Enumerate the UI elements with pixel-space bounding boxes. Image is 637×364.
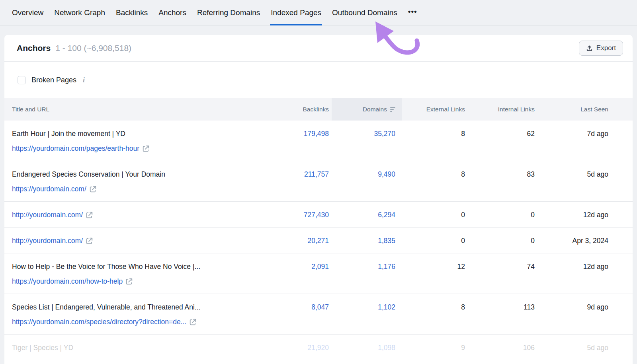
domains-value[interactable]: 6,294 — [378, 211, 395, 219]
external-link-icon[interactable] — [143, 145, 149, 152]
domains-value[interactable]: 9,490 — [378, 170, 395, 178]
domains-value[interactable]: 35,270 — [374, 130, 395, 138]
anchors-report-card: Anchors 1 - 100 (~6,908,518) Export Brok… — [4, 35, 633, 364]
nav-tab-label: Indexed Pages — [271, 8, 321, 17]
backlinks-cell: 211,757 — [272, 169, 332, 179]
nav-tab-anchors[interactable]: Anchors — [158, 0, 186, 25]
backlinks-value[interactable]: 211,757 — [304, 170, 329, 178]
external-links-cell: 8 — [402, 129, 466, 138]
page-title: Earth Hour | Join the movement | YD — [12, 129, 272, 138]
table-row: http://yourdomain.com/ 727,430 6,294 0 0… — [4, 202, 633, 228]
backlinks-value[interactable]: 20,271 — [307, 237, 329, 245]
column-header-domains[interactable]: Domains — [332, 98, 402, 121]
external-link-icon[interactable] — [190, 319, 196, 325]
domains-cell: 9,490 — [332, 169, 402, 179]
broken-pages-checkbox[interactable] — [18, 76, 26, 84]
card-header: Anchors 1 - 100 (~6,908,518) Export — [4, 35, 633, 62]
domains-cell: 35,270 — [332, 129, 402, 138]
more-tabs-button[interactable]: ••• — [408, 7, 417, 18]
backlinks-value[interactable]: 8,047 — [311, 303, 329, 311]
backlinks-cell: 179,498 — [272, 129, 332, 138]
internal-links-cell: 106 — [466, 343, 538, 352]
external-links-cell: 0 — [402, 210, 466, 220]
nav-tab-label: Backlinks — [116, 8, 148, 17]
backlinks-value[interactable]: 727,430 — [304, 211, 329, 219]
nav-tab-label: Outbound Domains — [332, 8, 397, 17]
internal-links-cell: 74 — [466, 262, 538, 271]
domains-cell: 6,294 — [332, 210, 402, 220]
title-url-cell: Species List | Endangered, Vulnerable, a… — [4, 302, 272, 327]
backlinks-cell: 727,430 — [272, 210, 332, 220]
page-url-link[interactable]: https://yourdomain.com/how-to-help — [12, 276, 123, 286]
internal-links-cell: 0 — [466, 210, 538, 220]
column-header-backlinks[interactable]: Backlinks — [272, 98, 332, 121]
domains-value[interactable]: 1,176 — [378, 263, 395, 271]
backlinks-cell: 2,091 — [272, 262, 332, 271]
card-title: Anchors — [17, 43, 51, 53]
domains-cell: 1,176 — [332, 262, 402, 271]
last-seen-cell: 5d ago — [538, 169, 633, 179]
external-link-icon[interactable] — [86, 212, 93, 218]
page-url: https://yourdomain.com/ — [12, 184, 272, 194]
nav-tab-label: Referring Domains — [197, 8, 260, 17]
nav-tab-indexed-pages[interactable]: Indexed Pages — [271, 0, 321, 25]
table-row: How to Help - Be the Voice for Those Who… — [4, 253, 633, 294]
external-link-icon[interactable] — [126, 278, 133, 285]
internal-links-cell: 113 — [466, 302, 538, 312]
column-header-last-seen[interactable]: Last Seen — [538, 98, 633, 121]
backlinks-value[interactable]: 2,091 — [311, 263, 329, 271]
export-button[interactable]: Export — [579, 41, 623, 56]
title-url-cell: http://yourdomain.com/ — [4, 236, 272, 245]
nav-tab-referring-domains[interactable]: Referring Domains — [197, 0, 260, 25]
page-url-link[interactable]: https://yourdomain.com/species/directory… — [12, 317, 186, 327]
external-link-icon[interactable] — [86, 237, 93, 244]
page-url-link[interactable]: https://yourdomain.com/ — [12, 184, 86, 194]
last-seen-cell: 7d ago — [538, 129, 633, 138]
table-row: Endangered Species Conservation | Your D… — [4, 161, 633, 202]
title-url-cell: http://yourdomain.com/ — [4, 210, 272, 220]
last-seen-cell: 12d ago — [538, 262, 633, 271]
table-row: Tiger | Species | YD 21,920 1,098 9 106 … — [4, 335, 633, 364]
last-seen-cell: Apr 3, 2024 — [538, 236, 633, 245]
result-range: 1 - 100 (~6,908,518) — [55, 43, 131, 53]
nav-tab-network-graph[interactable]: Network Graph — [54, 0, 105, 25]
domains-value[interactable]: 1,102 — [378, 303, 395, 311]
table-row: Earth Hour | Join the movement | YD http… — [4, 121, 633, 161]
internal-links-cell: 83 — [466, 169, 538, 179]
page-url-link[interactable]: http://yourdomain.com/ — [12, 210, 83, 220]
page-url: https://yourdomain.com/species/directory… — [12, 317, 272, 327]
broken-pages-label: Broken Pages — [31, 76, 76, 84]
external-link-icon[interactable] — [90, 186, 96, 193]
column-header-internal-links[interactable]: Internal Links — [466, 98, 538, 121]
backlinks-cell: 8,047 — [272, 302, 332, 312]
internal-links-cell: 0 — [466, 236, 538, 245]
external-links-cell: 8 — [402, 169, 466, 179]
external-links-cell: 8 — [402, 302, 466, 312]
domains-cell: 1,098 — [332, 343, 402, 352]
nav-tab-label: Anchors — [158, 8, 186, 17]
page-url-link[interactable]: https://yourdomain.com/pages/earth-hour — [12, 144, 139, 153]
page-title: Species List | Endangered, Vulnerable, a… — [12, 302, 272, 312]
domains-value[interactable]: 1,835 — [378, 237, 395, 245]
domains-value[interactable]: 1,098 — [378, 344, 395, 352]
backlinks-cell: 21,920 — [272, 343, 332, 352]
column-header-title-url[interactable]: Title and URL — [4, 98, 272, 121]
page-url: https://yourdomain.com/pages/earth-hour — [12, 144, 272, 153]
nav-tab-overview[interactable]: Overview — [12, 0, 43, 25]
internal-links-cell: 62 — [466, 129, 538, 138]
external-links-cell: 0 — [402, 236, 466, 245]
table-row: Species List | Endangered, Vulnerable, a… — [4, 294, 633, 335]
report-tabs-bar: Overview Network Graph Backlinks Anchors… — [0, 0, 637, 25]
info-icon[interactable]: i — [83, 76, 85, 84]
filter-row: Broken Pages i — [4, 62, 633, 98]
page-title: Tiger | Species | YD — [12, 343, 272, 352]
backlinks-value[interactable]: 179,498 — [304, 130, 329, 138]
page-url: http://yourdomain.com/ — [12, 236, 272, 245]
backlinks-value[interactable]: 21,920 — [307, 344, 329, 352]
nav-tab-outbound-domains[interactable]: Outbound Domains — [332, 0, 397, 25]
column-header-external-links[interactable]: External Links — [402, 98, 466, 121]
page-url: https://yourdomain.com/how-to-help — [12, 276, 272, 286]
page-url-link[interactable]: http://yourdomain.com/ — [12, 236, 83, 245]
page-url: http://yourdomain.com/ — [12, 210, 272, 220]
nav-tab-backlinks[interactable]: Backlinks — [116, 0, 148, 25]
